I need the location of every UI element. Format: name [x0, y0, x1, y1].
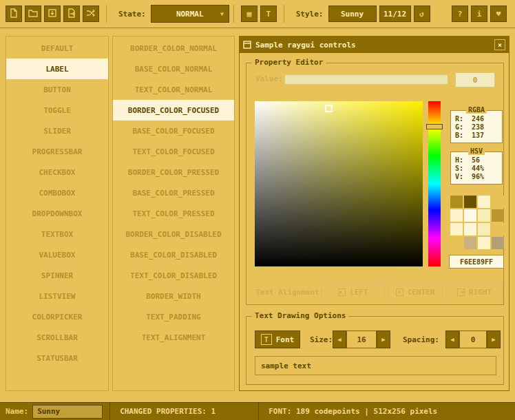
controls-list-item-selected[interactable]: LABEL [6, 59, 108, 79]
palette-swatch[interactable] [464, 209, 476, 222]
align-left-toggle[interactable]: LEFT [322, 284, 385, 300]
style-name-button[interactable]: Sunny [328, 6, 377, 22]
hsv-s-value: S: 44% [455, 165, 498, 173]
controls-list-item[interactable]: DROPDOWNBOX [6, 203, 108, 224]
spacing-increment-button[interactable]: ▶ [487, 330, 501, 348]
color-picker-cursor[interactable] [325, 105, 333, 112]
color-saturation-panel[interactable] [255, 101, 423, 266]
save-icon [47, 8, 58, 21]
controls-list-item[interactable]: TOGGLE [6, 100, 108, 120]
palette-swatch[interactable] [464, 237, 476, 249]
properties-list-item[interactable]: BORDER_COLOR_NORMAL [113, 38, 234, 59]
controls-list-item[interactable]: CHECKBOX [6, 162, 108, 182]
properties-list-item[interactable]: BORDER_WIDTH [113, 286, 234, 306]
help-button[interactable]: ? [452, 6, 468, 22]
style-counter-button[interactable]: 11/12 [379, 6, 411, 22]
load-font-button[interactable]: T Font [255, 330, 300, 348]
palette-swatch[interactable] [450, 209, 463, 222]
properties-list-item[interactable]: BASE_COLOR_FOCUSED [113, 120, 234, 141]
chevron-down-icon: ▼ [220, 11, 224, 17]
rgba-title: RGBA [466, 106, 487, 114]
reload-style-button[interactable]: ↺ [414, 6, 430, 22]
size-decrement-button[interactable]: ◀ [333, 330, 346, 348]
arrow-right-icon: ▶ [492, 336, 495, 343]
text-drawing-options-group: Text Drawing Options T Font Size: ◀ 16 ▶… [246, 316, 504, 385]
window-titlebar[interactable]: Sample raygui controls × [240, 36, 509, 53]
value-slider[interactable] [284, 74, 448, 85]
palette-swatch[interactable] [464, 196, 476, 208]
controls-list-item[interactable]: LISTVIEW [6, 286, 108, 306]
hex-color-input[interactable]: F6EE89FF [449, 255, 504, 269]
controls-list-item[interactable]: TEXTBOX [6, 224, 108, 244]
align-right-toggle[interactable]: RIGHT [445, 284, 503, 300]
save-style-button[interactable] [44, 6, 61, 22]
hue-handle[interactable] [426, 124, 443, 129]
size-value-box[interactable]: 16 [346, 330, 377, 348]
properties-list-item[interactable]: BORDER_COLOR_DISABLED [113, 224, 234, 244]
properties-list-item[interactable]: BASE_COLOR_NORMAL [113, 59, 234, 79]
text-alignment-label: Text Alignment: [255, 284, 324, 300]
align-right-icon [457, 288, 465, 296]
palette-swatch[interactable] [492, 196, 504, 208]
arrow-left-icon: ◀ [337, 336, 341, 343]
align-right-label: RIGHT [469, 288, 492, 297]
palette-swatch[interactable] [478, 196, 490, 208]
spacing-decrement-button[interactable]: ◀ [445, 330, 459, 348]
export-style-button[interactable] [63, 6, 80, 22]
controls-list: DEFAULT LABEL BUTTON TOGGLE SLIDER PROGR… [6, 36, 109, 391]
controls-list-item[interactable]: SPINNER [6, 265, 108, 286]
align-center-icon [396, 288, 403, 296]
controls-list-item[interactable]: SCROLLBAR [6, 327, 108, 348]
text-icon: T [266, 10, 271, 19]
palette-swatch[interactable] [478, 237, 490, 249]
controls-list-item[interactable]: DEFAULT [6, 38, 108, 59]
new-style-button[interactable] [6, 6, 22, 22]
random-style-button[interactable] [83, 6, 99, 22]
controls-list-item[interactable]: STATUSBAR [6, 348, 108, 368]
state-dropdown[interactable]: NORMAL ▼ [151, 5, 229, 23]
palette-swatch[interactable] [464, 223, 476, 235]
properties-list-item[interactable]: BORDER_COLOR_PRESSED [113, 162, 234, 182]
controls-list-item[interactable]: SLIDER [6, 120, 108, 141]
palette-swatch[interactable] [492, 223, 504, 235]
properties-list: BORDER_COLOR_NORMAL BASE_COLOR_NORMAL TE… [112, 36, 235, 391]
load-style-button[interactable] [25, 6, 41, 22]
controls-list-item[interactable]: COMBOBOX [6, 182, 108, 203]
size-increment-button[interactable]: ▶ [377, 330, 390, 348]
sample-text-input[interactable]: sample text [255, 356, 496, 375]
palette-swatch[interactable] [492, 209, 504, 222]
text-icon: T [261, 334, 272, 345]
spacing-value-box[interactable]: 0 [459, 330, 487, 348]
properties-list-item-selected[interactable]: BORDER_COLOR_FOCUSED [113, 100, 234, 120]
palette-swatch[interactable] [478, 209, 490, 222]
palette-swatch[interactable] [478, 223, 490, 235]
properties-list-item[interactable]: TEXT_COLOR_PRESSED [113, 203, 234, 224]
style-name-input[interactable]: Sunny [32, 405, 103, 419]
properties-list-item[interactable]: BASE_COLOR_DISABLED [113, 244, 234, 265]
properties-list-item[interactable]: TEXT_COLOR_DISABLED [113, 265, 234, 286]
arrow-right-icon: ▶ [381, 336, 385, 343]
controls-list-item[interactable]: PROGRESSBAR [6, 141, 108, 162]
about-button[interactable]: i [471, 6, 487, 22]
font-atlas-button[interactable]: T [260, 6, 277, 22]
properties-list-item[interactable]: TEXT_COLOR_FOCUSED [113, 141, 234, 162]
align-center-toggle[interactable]: CENTER [388, 284, 443, 300]
palette-swatch[interactable] [450, 223, 463, 235]
properties-list-item[interactable]: BASE_COLOR_PRESSED [113, 182, 234, 203]
controls-list-item[interactable]: BUTTON [6, 79, 108, 100]
properties-list-item[interactable]: TEXT_PADDING [113, 306, 234, 327]
font-info-status: FONT: 189 codepoints | 512x256 pixels [258, 403, 447, 420]
palette-swatch[interactable] [450, 196, 463, 208]
window-title: Sample raygui controls [255, 41, 356, 50]
close-button[interactable]: × [494, 39, 505, 50]
controls-table-button[interactable]: ▦ [241, 6, 258, 22]
palette-swatch[interactable] [450, 237, 463, 249]
controls-list-item[interactable]: VALUEBOX [6, 244, 108, 265]
value-box[interactable]: 0 [455, 72, 495, 87]
properties-list-item[interactable]: TEXT_ALIGNMENT [113, 327, 234, 348]
sponsor-button[interactable]: ♥ [490, 6, 507, 22]
controls-list-item[interactable]: COLORPICKER [6, 306, 108, 327]
properties-list-item[interactable]: TEXT_COLOR_NORMAL [113, 79, 234, 100]
font-button-label: Font [276, 335, 295, 344]
palette-swatch[interactable] [492, 237, 504, 249]
